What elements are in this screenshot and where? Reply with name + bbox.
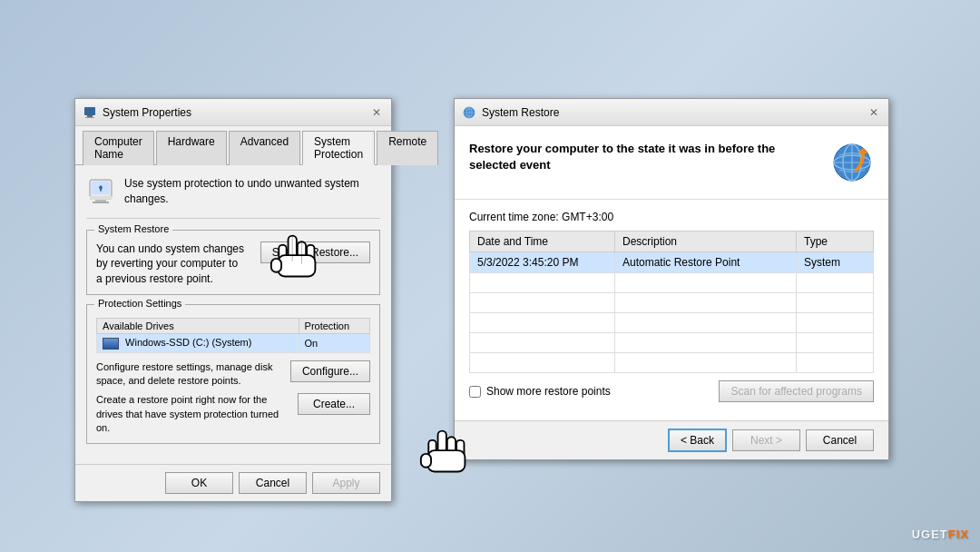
drive-name: Windows-SSD (C:) (System)	[97, 333, 299, 352]
svg-rect-6	[95, 200, 106, 202]
next-button[interactable]: Next >	[732, 429, 800, 451]
empty-row-5	[470, 353, 874, 373]
drive-table-wrap: Available Drives Protection Windows-SSD …	[96, 318, 370, 353]
protection-settings-section: Protection Settings Available Drives Pro…	[86, 304, 380, 444]
timezone-text: Current time zone: GMT+3:00	[469, 211, 874, 223]
protection-settings-label: Protection Settings	[94, 298, 185, 309]
system-properties-dialog: System Properties ✕ Computer Name Hardwa…	[74, 98, 392, 502]
drive-icon	[103, 338, 119, 350]
tab-advanced[interactable]: Advanced	[229, 131, 300, 165]
restore-body: Current time zone: GMT+3:00 Date and Tim…	[455, 200, 888, 420]
restore-globe-large-icon	[830, 141, 874, 184]
watermark-highlight: FIX	[948, 527, 969, 541]
type-col-header: Type	[797, 232, 874, 252]
system-restore-footer: < Back Next > Cancel	[455, 420, 888, 459]
empty-row-2	[470, 293, 874, 313]
drive-protection: On	[299, 333, 369, 352]
scan-affected-button[interactable]: Scan for affected programs	[719, 380, 874, 402]
restore-globe-icon	[462, 105, 476, 120]
drive-col-header: Available Drives	[97, 318, 299, 333]
restore-cancel-button[interactable]: Cancel	[806, 429, 874, 451]
create-row: Create a restore point right now for the…	[96, 393, 370, 435]
configure-row: Configure restore settings, manage disk …	[96, 360, 370, 389]
tab-hardware[interactable]: Hardware	[156, 131, 227, 165]
svg-rect-1	[87, 115, 93, 117]
shield-icon	[86, 176, 115, 205]
apply-button[interactable]: Apply	[312, 472, 380, 494]
svg-rect-0	[84, 107, 95, 115]
svg-rect-5	[90, 196, 112, 200]
table-row[interactable]: Windows-SSD (C:) (System) On	[97, 333, 370, 352]
tab-computer-name[interactable]: Computer Name	[83, 131, 154, 165]
empty-row-3	[470, 313, 874, 333]
system-restore-close-button[interactable]: ✕	[867, 105, 881, 120]
system-restore-titlebar: System Restore ✕	[455, 99, 888, 126]
computer-icon	[83, 105, 97, 120]
info-section: Use system protection to undo unwanted s…	[86, 176, 380, 219]
system-restore-dialog: System Restore ✕ Restore your computer t…	[454, 98, 889, 460]
system-properties-footer: OK Cancel Apply	[75, 464, 391, 501]
watermark-prefix: UGET	[912, 527, 948, 541]
system-properties-tabs: Computer Name Hardware Advanced System P…	[75, 126, 391, 165]
protection-col-header: Protection	[299, 318, 369, 333]
restore-options-row: Show more restore points Scan for affect…	[469, 373, 874, 409]
create-button[interactable]: Create...	[298, 393, 370, 415]
table-row[interactable]: 5/3/2022 3:45:20 PM Automatic Restore Po…	[470, 252, 874, 273]
svg-rect-7	[93, 202, 109, 203]
ok-button[interactable]: OK	[165, 472, 233, 494]
configure-button[interactable]: Configure...	[290, 360, 370, 382]
drive-table: Available Drives Protection Windows-SSD …	[96, 318, 370, 353]
create-text: Create a restore point right now for the…	[96, 393, 290, 435]
svg-rect-2	[85, 117, 94, 118]
info-text: Use system protection to undo unwanted s…	[124, 176, 380, 207]
svg-rect-25	[438, 431, 446, 457]
system-restore-title: System Restore	[482, 106, 559, 119]
show-more-checkbox[interactable]	[469, 386, 481, 398]
system-properties-title: System Properties	[103, 106, 191, 119]
restore-description: Automatic Restore Point	[615, 252, 797, 273]
restore-header: Restore your computer to the state it wa…	[455, 126, 888, 200]
tab-remote[interactable]: Remote	[377, 131, 438, 165]
system-restore-section: System Restore You can undo system chang…	[86, 230, 380, 295]
watermark: UGETFIX	[912, 527, 969, 541]
system-restore-label: System Restore	[94, 223, 172, 234]
restore-header-text: Restore your computer to the state it wa…	[469, 141, 814, 173]
restore-type: System	[797, 252, 874, 273]
restore-date: 5/3/2022 3:45:20 PM	[470, 252, 615, 273]
back-button[interactable]: < Back	[668, 429, 727, 452]
system-restore-body: You can undo system changes by reverting…	[96, 242, 370, 287]
restore-titlebar-left: System Restore	[462, 105, 559, 120]
restore-table: Date and Time Description Type 5/3/2022 …	[469, 231, 874, 373]
empty-row-4	[470, 333, 874, 353]
description-col-header: Description	[615, 232, 797, 252]
system-properties-content: Use system protection to undo unwanted s…	[75, 165, 391, 464]
svg-rect-28	[428, 440, 436, 459]
empty-row-1	[470, 273, 874, 293]
date-col-header: Date and Time	[470, 232, 615, 252]
titlebar-left: System Properties	[83, 105, 191, 120]
cancel-button[interactable]: Cancel	[239, 472, 307, 494]
show-more-label: Show more restore points	[486, 385, 611, 398]
system-restore-text: You can undo system changes by reverting…	[96, 242, 246, 287]
tab-system-protection[interactable]: System Protection	[302, 131, 375, 165]
configure-text: Configure restore settings, manage disk …	[96, 360, 283, 389]
system-properties-titlebar: System Properties ✕	[75, 99, 391, 126]
system-restore-button[interactable]: System Restore...	[260, 242, 370, 263]
show-more-wrap[interactable]: Show more restore points	[469, 385, 611, 398]
svg-rect-30	[421, 454, 431, 468]
system-properties-close-button[interactable]: ✕	[369, 105, 384, 120]
